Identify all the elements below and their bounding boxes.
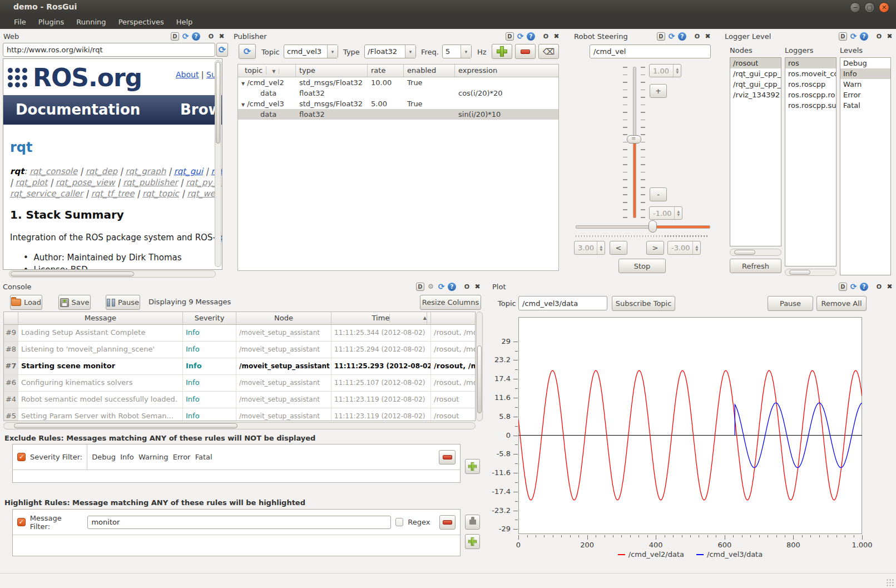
console-message-row[interactable]: #7Starting scene monitorInfo/moveit_setu… xyxy=(4,358,475,375)
dock-close-button[interactable]: ✖ xyxy=(473,283,482,291)
steering-topic-input[interactable]: /cmd_vel xyxy=(590,45,711,58)
dock-reload-button[interactable]: ⟳ xyxy=(181,32,190,41)
level-item[interactable]: Warn xyxy=(840,79,890,90)
highlight-mode-button[interactable] xyxy=(465,515,480,530)
console-table[interactable]: Message Severity Node Time▲ #9Loading Se… xyxy=(3,312,476,421)
package-link[interactable]: rqt_graph xyxy=(126,166,166,176)
loggers-scrollbar[interactable] xyxy=(785,269,836,276)
node-item[interactable]: /rqt_gui_cpp_ xyxy=(730,79,781,90)
publisher-table-row[interactable]: datafloat32cos(i/20)*20 xyxy=(238,88,558,98)
dock-float-button[interactable]: O xyxy=(542,32,550,41)
logger-level-titlebar[interactable]: Logger Level D⟳?O✖ xyxy=(720,31,896,42)
nodes-scrollbar[interactable] xyxy=(730,249,781,256)
dock-float-button[interactable]: O xyxy=(693,32,701,41)
window-close-button[interactable]: ✕ xyxy=(879,2,889,13)
angular-left-spinbox[interactable]: 3.00▲▼ xyxy=(574,241,605,255)
plot-titlebar[interactable]: Plot D⟳?O✖ xyxy=(488,281,896,292)
chevron-down-icon[interactable]: ▾ xyxy=(461,45,471,58)
save-button[interactable]: Save xyxy=(58,295,91,310)
logger-item[interactable]: ros.roscpp.su xyxy=(785,100,836,111)
package-link[interactable]: rqt_service_caller xyxy=(10,189,83,199)
dock-d-button[interactable]: D xyxy=(171,32,179,41)
dock-help-button[interactable]: ? xyxy=(860,283,868,291)
dock-d-button[interactable]: D xyxy=(416,283,424,291)
web-vertical-scrollbar[interactable] xyxy=(215,60,221,267)
package-link[interactable]: rqt_dep xyxy=(86,166,117,176)
logger-item[interactable]: ros.roscpp xyxy=(785,79,836,90)
chevron-down-icon[interactable]: ▾ xyxy=(327,45,338,58)
about-link[interactable]: About xyxy=(176,70,199,79)
nodes-list[interactable]: /rosout/rqt_gui_cpp_/rqt_gui_cpp_/rviz_1… xyxy=(730,57,781,246)
dock-d-button[interactable]: D xyxy=(506,32,514,41)
publisher-topic-combo[interactable]: cmd_vel3▾ xyxy=(284,45,338,58)
package-link[interactable]: rqt_console xyxy=(29,166,77,176)
console-titlebar[interactable]: Console D⚙⟳?O✖ xyxy=(0,281,484,292)
console-message-row[interactable]: #4Robot semantic model successfully load… xyxy=(4,392,475,408)
logger-item[interactable]: ros.roscpp.ro xyxy=(785,90,836,100)
publisher-table-row[interactable]: ▼/cmd_vel2std_msgs/Float3210.00True xyxy=(238,77,558,88)
add-publisher-button[interactable] xyxy=(492,44,512,59)
remove-exclude-rule-button[interactable] xyxy=(439,450,456,465)
message-filter-checkbox[interactable]: ✓ xyxy=(17,518,26,526)
resize-columns-button[interactable]: Resize Columns xyxy=(420,295,481,310)
chevron-down-icon[interactable]: ▾ xyxy=(405,45,415,58)
publisher-freq-combo[interactable]: 5▾ xyxy=(442,45,472,58)
web-panel-titlebar[interactable]: Web D⟳?O✖ xyxy=(1,31,228,42)
console-message-row[interactable]: #9Loading Setup Assistant CompleteInfo/m… xyxy=(4,325,475,342)
angular-right-spinbox[interactable]: -3.00▲▼ xyxy=(667,241,701,255)
publisher-table-row[interactable]: ▼/cmd_vel3std_msgs/Float325.00True xyxy=(238,98,558,109)
dock-float-button[interactable]: O xyxy=(875,32,883,41)
publisher-table[interactable]: topic ▼ type rate enabled expression ▼/c… xyxy=(237,64,559,271)
window-titlebar[interactable]: demo - RosGui − ▢ ✕ xyxy=(0,0,896,15)
dock-close-button[interactable]: ✖ xyxy=(885,283,894,291)
console-message-row[interactable]: #5Setting Param Server with Robot Seman.… xyxy=(4,408,475,421)
dock-float-button[interactable]: O xyxy=(207,32,215,41)
dock-close-button[interactable]: ✖ xyxy=(217,32,226,41)
publisher-panel-titlebar[interactable]: Publisher D⟳?O✖ xyxy=(230,31,564,42)
dock-float-button[interactable]: O xyxy=(463,283,471,291)
dock-d-button[interactable]: D xyxy=(657,32,665,41)
publisher-table-row[interactable]: datafloat32sin(i/20)*10 xyxy=(238,109,558,120)
package-link[interactable]: rqt_topic xyxy=(142,189,179,199)
angular-slider[interactable] xyxy=(576,225,710,229)
menu-running[interactable]: Running xyxy=(70,16,112,28)
publisher-type-combo[interactable]: /Float32▾ xyxy=(364,45,416,58)
load-button[interactable]: Load xyxy=(10,295,42,310)
dock-reload-button[interactable]: ⟳ xyxy=(667,32,676,41)
expand-icon[interactable]: ▼ xyxy=(241,102,245,107)
dock-help-button[interactable]: ? xyxy=(860,32,868,41)
node-item[interactable]: /rosout xyxy=(730,58,781,68)
add-exclude-rule-button[interactable] xyxy=(465,459,480,474)
console-horizontal-scrollbar[interactable] xyxy=(3,422,476,429)
loggers-list[interactable]: rosros.moveit_coros.roscppros.roscpp.ror… xyxy=(785,57,836,266)
dock-reload-button[interactable]: ⟳ xyxy=(849,283,858,291)
package-link[interactable]: rqt_plot xyxy=(16,177,48,187)
menu-perspectives[interactable]: Perspectives xyxy=(112,16,170,28)
package-link[interactable]: rqt_publisher xyxy=(123,177,177,187)
steer-right-button[interactable]: > xyxy=(646,241,664,255)
console-table-header[interactable]: Message Severity Node Time▲ xyxy=(4,312,475,325)
menu-plugins[interactable]: Plugins xyxy=(32,16,71,28)
subscribe-topic-button[interactable]: Subscribe Topic xyxy=(612,296,675,311)
url-input[interactable]: http://www.ros.org/wiki/rqt xyxy=(3,43,215,57)
logger-item[interactable]: ros.moveit_co xyxy=(785,68,836,79)
dock-reload-button[interactable]: ⟳ xyxy=(516,32,524,41)
dock-close-button[interactable]: ✖ xyxy=(704,32,712,41)
regex-checkbox[interactable] xyxy=(395,518,404,526)
menu-help[interactable]: Help xyxy=(170,16,199,28)
node-item[interactable]: /rviz_134392 xyxy=(730,90,781,100)
plot-pause-button[interactable]: Pause xyxy=(768,296,813,311)
menu-file[interactable]: File xyxy=(8,16,32,28)
linear-increase-button[interactable]: + xyxy=(650,84,667,98)
add-highlight-rule-button[interactable] xyxy=(465,534,480,549)
nav-documentation[interactable]: Documentation xyxy=(16,101,140,118)
dock-settings-icon[interactable]: ⚙ xyxy=(427,283,435,291)
dock-float-button[interactable]: O xyxy=(875,283,883,291)
linear-decrease-button[interactable]: - xyxy=(650,187,667,201)
remove-highlight-rule-button[interactable] xyxy=(439,515,456,530)
severity-filter-value[interactable]: Debug Info Warning Error Fatal xyxy=(92,453,212,461)
message-filter-rule[interactable]: ✓ Message Filter: monitor Regex xyxy=(13,510,460,535)
stop-button[interactable]: Stop xyxy=(618,259,666,273)
dock-help-button[interactable]: ? xyxy=(192,32,200,41)
linear-max-spinbox[interactable]: 1.00▲▼ xyxy=(649,64,681,77)
